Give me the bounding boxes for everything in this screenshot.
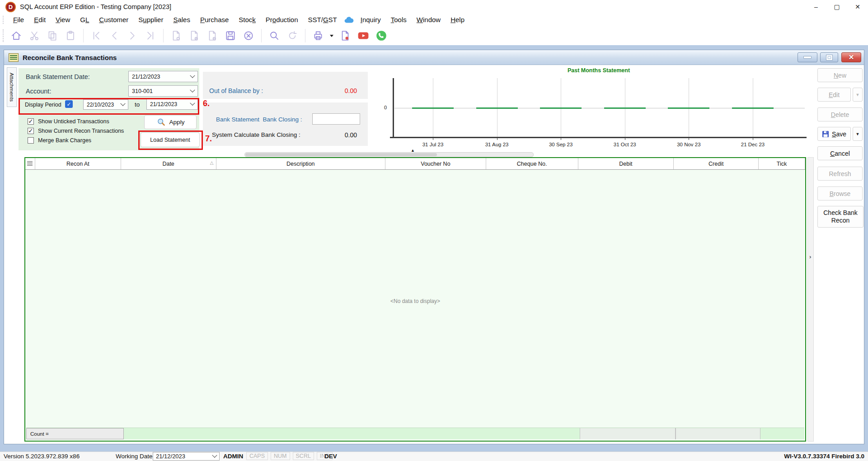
refresh-icon[interactable] <box>284 28 300 43</box>
delete-button[interactable]: Delete <box>817 107 863 121</box>
key-state-scrl: SCRL <box>293 452 314 460</box>
bank-statement-date-combo[interactable]: 21/12/2023 <box>128 71 198 82</box>
account-label: Account: <box>26 88 51 95</box>
display-period-to-combo[interactable]: 21/12/2023 <box>146 99 198 110</box>
apply-button[interactable]: Apply <box>144 115 197 129</box>
column-header-description[interactable]: Description <box>216 158 386 169</box>
menu-view[interactable]: View <box>51 14 75 26</box>
checkbox-row-show-current-recon-transactions: ✓Show Current Recon Transactions <box>28 126 124 135</box>
display-period-checkbox[interactable]: ✓ <box>65 100 73 108</box>
edit-dropdown-button[interactable]: ▼ <box>853 88 863 102</box>
column-header-tick[interactable]: Tick <box>759 158 805 169</box>
show-unticked-transactions-label: Show Unticked Transactions <box>38 118 109 125</box>
cut-icon[interactable] <box>26 28 42 43</box>
check-bank-recon-button[interactable]: Check Bank Recon <box>817 206 863 228</box>
window-minimize-button[interactable] <box>798 52 817 62</box>
collapse-up-icon[interactable]: ▲ <box>411 148 415 153</box>
save-button[interactable]: Save <box>817 127 851 141</box>
load-statement-button[interactable]: Load Statement <box>141 132 200 147</box>
right-collapse-strip[interactable]: › <box>807 157 814 442</box>
display-period-from-combo[interactable]: 22/10/2023 <box>83 99 128 110</box>
splitter-thumb[interactable] <box>245 153 437 156</box>
window-close-button[interactable]: ✕ <box>841 52 861 62</box>
show-unticked-transactions-checkbox[interactable]: ✓ <box>28 118 34 125</box>
next-record-icon[interactable] <box>124 28 141 43</box>
show-current-recon-transactions-checkbox[interactable]: ✓ <box>28 128 34 134</box>
search-icon[interactable] <box>266 28 282 43</box>
out-of-balance-box: Out of Balance by : 0.00 <box>203 72 368 99</box>
column-header-recon-at[interactable]: Recon At <box>35 158 121 169</box>
column-header-debit[interactable]: Debit <box>578 158 674 169</box>
new-button[interactable]: New <box>817 68 863 82</box>
merge-bank-charges-checkbox[interactable] <box>28 137 34 144</box>
menu-help[interactable]: Help <box>446 14 469 26</box>
menu-edit[interactable]: Edit <box>29 14 51 26</box>
reconcile-window-titlebar[interactable]: Reconcile Bank Transactions ✕ <box>4 50 864 65</box>
whatsapp-icon[interactable] <box>373 28 389 43</box>
prev-record-icon[interactable] <box>106 28 122 43</box>
last-record-icon[interactable] <box>142 28 159 43</box>
footer-debit-cell <box>580 428 676 439</box>
column-header-voucher-no[interactable]: Voucher No <box>385 158 486 169</box>
menu-gl[interactable]: GL <box>75 14 94 26</box>
refresh-button-label: Refresh <box>829 170 851 177</box>
menu-customer[interactable]: Customer <box>94 14 133 26</box>
menu-inquiry[interactable]: Inquiry <box>356 14 386 26</box>
app-close-button[interactable]: ✕ <box>847 0 868 14</box>
print-dropdown-icon[interactable] <box>328 28 335 43</box>
restore-icon <box>826 55 833 61</box>
doc-edit-icon[interactable] <box>186 28 202 43</box>
column-chooser-icon[interactable] <box>27 161 33 166</box>
menu-stock[interactable]: Stock <box>234 14 261 26</box>
first-record-icon[interactable] <box>88 28 104 43</box>
cloud-icon[interactable] <box>342 16 356 23</box>
column-header-selector[interactable] <box>25 158 35 169</box>
cancel-icon[interactable] <box>240 28 257 43</box>
youtube-icon[interactable] <box>355 28 371 43</box>
menu-sst-gst[interactable]: SST/GST <box>303 14 342 26</box>
column-header-date[interactable]: Date△ <box>121 158 216 169</box>
menu-window[interactable]: Window <box>412 14 446 26</box>
cancel-button-label: Cancel <box>830 150 850 157</box>
menu-file[interactable]: File <box>8 14 29 26</box>
menu-purchase[interactable]: Purchase <box>195 14 234 26</box>
horizontal-splitter[interactable] <box>244 152 534 157</box>
display-period-to-value: 21/12/2023 <box>150 101 177 107</box>
menu-tools[interactable]: Tools <box>386 14 412 26</box>
expand-right-icon[interactable]: › <box>809 253 811 260</box>
column-header-credit[interactable]: Credit <box>674 158 759 169</box>
menu-production[interactable]: Production <box>261 14 303 26</box>
doc-delete-icon[interactable] <box>204 28 221 43</box>
window-restore-button[interactable] <box>820 52 838 62</box>
save-dropdown-button[interactable]: ▼ <box>853 127 863 141</box>
doc-new-icon[interactable] <box>168 28 184 43</box>
refresh-button[interactable]: Refresh <box>817 167 863 181</box>
version-text: Version 5.2023.972.839 x86 <box>4 453 80 460</box>
account-combo[interactable]: 310-001 <box>128 85 198 97</box>
preview-icon[interactable] <box>337 28 353 43</box>
home-icon[interactable] <box>8 28 24 43</box>
working-date-combo[interactable]: 21/12/2023 <box>153 452 220 461</box>
cancel-button[interactable]: Cancel <box>817 146 863 160</box>
copy-icon[interactable] <box>44 28 61 43</box>
save-icon[interactable] <box>222 28 239 43</box>
column-header-cheque-no[interactable]: Cheque No. <box>486 158 578 169</box>
edit-button[interactable]: Edit <box>817 88 851 102</box>
paste-icon[interactable] <box>62 28 79 43</box>
out-of-balance-value: 0.00 <box>345 87 357 94</box>
app-title: SQL Account ERP Edition - Testing Compan… <box>20 3 171 10</box>
browse-button[interactable]: Browse <box>817 186 863 200</box>
attachments-tab[interactable]: Attachments <box>7 67 17 107</box>
account-value: 310-001 <box>132 88 153 94</box>
app-logo-icon: D <box>5 2 16 12</box>
bank-statement-closing-input[interactable] <box>312 113 360 125</box>
menu-supplier[interactable]: Supplier <box>133 14 168 26</box>
app-minimize-button[interactable]: – <box>806 0 826 14</box>
magnifier-icon <box>156 117 166 127</box>
column-label: Voucher No <box>421 161 450 167</box>
app-maximize-button[interactable]: ▢ <box>826 0 847 14</box>
menu-sales[interactable]: Sales <box>168 14 195 26</box>
chart-x-axis <box>390 137 807 138</box>
print-icon[interactable] <box>310 28 326 43</box>
chart-x-tick-label: 31 Aug 23 <box>472 142 522 147</box>
